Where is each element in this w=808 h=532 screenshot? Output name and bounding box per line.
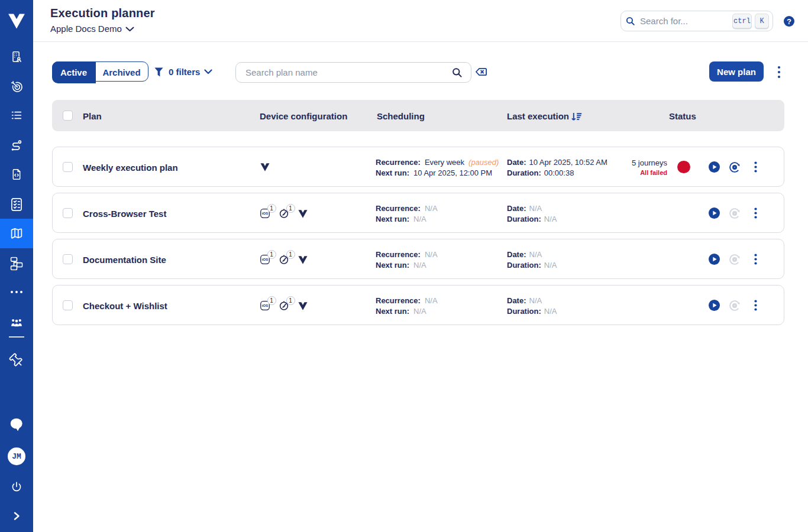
svg-text:iOS: iOS [262, 212, 268, 215]
svg-text:iOS: iOS [262, 258, 268, 261]
svg-text:iOS: iOS [262, 304, 268, 307]
